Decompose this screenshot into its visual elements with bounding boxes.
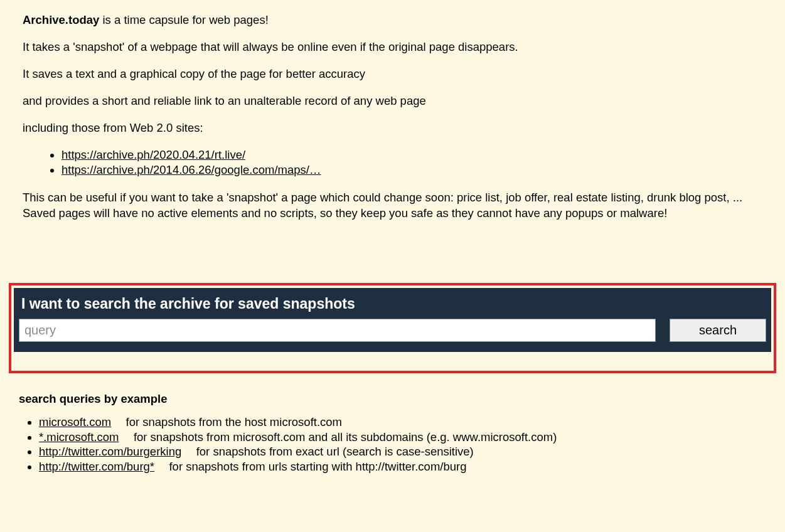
tagline: is a time capsule for web pages! xyxy=(99,13,268,26)
list-item: https://archive.ph/2020.04.21/rt.live/ xyxy=(61,147,762,162)
example-desc: for snapshots from exact url (search is … xyxy=(190,445,473,458)
search-input[interactable] xyxy=(19,319,656,342)
example-desc: for snapshots from urls starting with ht… xyxy=(163,460,466,473)
example-link-2[interactable]: https://archive.ph/2014.06.26/google.com… xyxy=(61,163,321,176)
search-highlight-box: I want to search the archive for saved s… xyxy=(9,283,776,373)
spacer xyxy=(0,474,785,532)
intro-line-5: including those from Web 2.0 sites: xyxy=(23,120,762,136)
example-query-link[interactable]: microsoft.com xyxy=(39,415,111,428)
page: Archive.today is a time capsule for web … xyxy=(0,0,785,532)
intro-line-3: It saves a text and a graphical copy of … xyxy=(23,66,762,82)
example-desc: for snapshots from microsoft.com and all… xyxy=(127,430,557,444)
example-query-link[interactable]: http://twitter.com/burg* xyxy=(39,460,154,473)
list-item: microsoft.com for snapshots from the hos… xyxy=(39,415,785,430)
example-link-1[interactable]: https://archive.ph/2020.04.21/rt.live/ xyxy=(61,148,245,161)
example-link-list: https://archive.ph/2020.04.21/rt.live/ h… xyxy=(23,147,762,178)
example-query-link[interactable]: http://twitter.com/burgerking xyxy=(39,445,181,458)
intro-line-4: and provides a short and reliable link t… xyxy=(23,93,762,109)
site-name: Archive.today xyxy=(23,13,99,26)
list-item: *.microsoft.com for snapshots from micro… xyxy=(39,430,785,445)
search-heading: I want to search the archive for saved s… xyxy=(19,295,766,312)
example-desc: for snapshots from the host microsoft.co… xyxy=(119,415,342,428)
intro-line-2: It takes a 'snapshot' of a webpage that … xyxy=(23,40,762,55)
example-query-link[interactable]: *.microsoft.com xyxy=(39,430,119,444)
examples-heading: search queries by example xyxy=(19,392,785,406)
intro-tail: This can be useful if you want to take a… xyxy=(23,190,762,221)
list-item: https://archive.ph/2014.06.26/google.com… xyxy=(61,162,762,178)
examples-list: microsoft.com for snapshots from the hos… xyxy=(0,415,785,474)
safety-line: Saved pages will have no active elements… xyxy=(23,206,667,220)
search-banner: I want to search the archive for saved s… xyxy=(14,288,771,352)
search-button[interactable]: search xyxy=(670,319,766,342)
list-item: http://twitter.com/burg* for snapshots f… xyxy=(39,459,785,474)
list-item: http://twitter.com/burgerking for snapsh… xyxy=(39,444,785,459)
intro-line-1: Archive.today is a time capsule for web … xyxy=(23,13,762,28)
intro-content: Archive.today is a time capsule for web … xyxy=(0,0,785,258)
search-row: search xyxy=(19,319,766,342)
useful-line: This can be useful if you want to take a… xyxy=(23,191,742,204)
